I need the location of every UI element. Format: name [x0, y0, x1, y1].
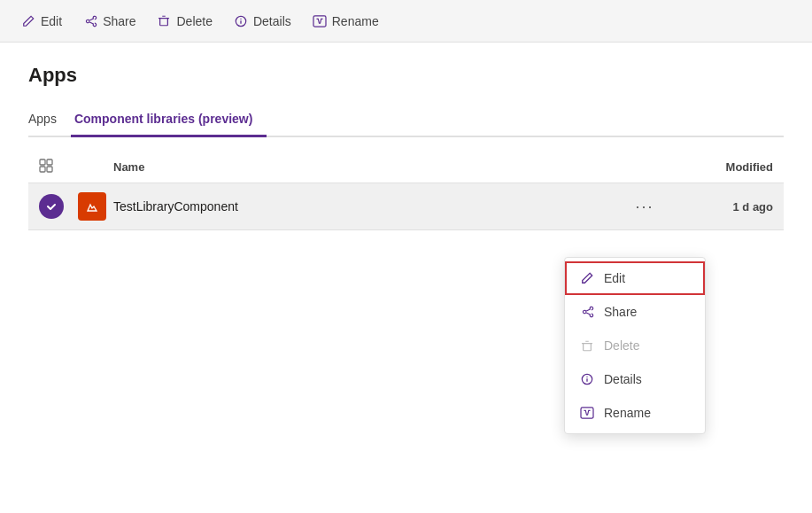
- table-container: Name Modified TestLibr: [28, 152, 784, 230]
- context-delete-label: Delete: [604, 338, 639, 353]
- toolbar-details-button[interactable]: Details: [234, 14, 291, 28]
- context-menu: Edit Share Delete Details: [564, 257, 706, 434]
- pencil-icon: [21, 14, 35, 28]
- tab-component-libraries[interactable]: Component libraries (preview): [71, 105, 267, 137]
- toolbar-edit-button[interactable]: Edit: [21, 14, 62, 28]
- tab-bar: Apps Component libraries (preview): [28, 105, 784, 137]
- svg-rect-6: [47, 159, 52, 165]
- context-menu-share[interactable]: Share: [565, 295, 705, 329]
- context-info-icon: [579, 371, 595, 387]
- table-row[interactable]: TestLibraryComponent ··· 1 d ago: [28, 183, 784, 230]
- toolbar-details-label: Details: [253, 14, 291, 28]
- toolbar-rename-button[interactable]: Rename: [313, 14, 379, 28]
- svg-rect-7: [40, 167, 45, 172]
- tab-apps[interactable]: Apps: [28, 105, 71, 137]
- header-check-col: [39, 159, 78, 175]
- rename-icon: [313, 14, 327, 28]
- toolbar-delete-button[interactable]: Delete: [157, 14, 212, 28]
- row-check: [39, 194, 78, 219]
- svg-rect-13: [581, 408, 593, 418]
- svg-rect-4: [313, 15, 326, 26]
- toolbar-share-label: Share: [103, 14, 135, 28]
- row-name: TestLibraryComponent: [113, 198, 623, 214]
- header-name: Name: [113, 160, 623, 174]
- context-rename-icon: [579, 405, 595, 421]
- context-trash-icon: [579, 338, 595, 354]
- check-circle: [39, 194, 64, 219]
- toolbar-edit-label: Edit: [41, 14, 62, 28]
- toolbar: Edit Share Delete Details: [0, 0, 812, 43]
- context-pencil-icon: [579, 270, 595, 286]
- page-title: Apps: [28, 64, 784, 87]
- svg-rect-8: [47, 167, 52, 172]
- context-share-icon: [579, 304, 595, 320]
- context-menu-edit[interactable]: Edit: [565, 261, 705, 295]
- context-edit-label: Edit: [604, 271, 625, 285]
- context-details-label: Details: [604, 372, 642, 386]
- toolbar-delete-label: Delete: [176, 14, 212, 28]
- share-icon: [83, 14, 97, 28]
- trash-icon: [157, 14, 171, 28]
- svg-rect-5: [40, 159, 45, 165]
- table-header: Name Modified: [28, 152, 784, 183]
- app-icon: [78, 192, 106, 221]
- toolbar-rename-label: Rename: [332, 14, 379, 28]
- svg-point-12: [586, 377, 587, 377]
- context-share-label: Share: [604, 305, 637, 319]
- row-dots-button[interactable]: ···: [623, 198, 667, 216]
- context-menu-details[interactable]: Details: [565, 362, 705, 396]
- row-modified: 1 d ago: [667, 198, 773, 214]
- svg-point-3: [240, 18, 241, 19]
- toolbar-share-button[interactable]: Share: [83, 14, 135, 28]
- row-app-icon-col: [78, 192, 113, 221]
- info-icon: [234, 14, 248, 28]
- main-content: Apps Apps Component libraries (preview) …: [0, 43, 812, 252]
- context-menu-rename[interactable]: Rename: [565, 396, 705, 430]
- context-rename-label: Rename: [604, 406, 651, 420]
- context-menu-delete[interactable]: Delete: [565, 329, 705, 362]
- header-modified: Modified: [667, 160, 773, 174]
